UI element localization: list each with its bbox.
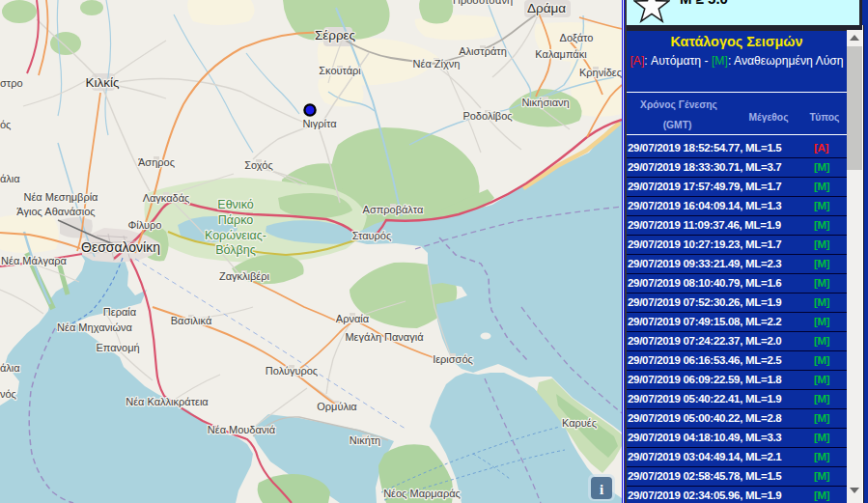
svg-text:Ιερισσός: Ιερισσός	[433, 353, 473, 365]
svg-text:Νέα Μεσημβρία: Νέα Μεσημβρία	[24, 191, 99, 203]
svg-text:Νέος Μαρμαράς: Νέος Μαρμαράς	[383, 488, 461, 499]
svg-text:Νέα Μάλγαρα: Νέα Μάλγαρα	[1, 255, 67, 266]
svg-text:Αλιστράτη: Αλιστράτη	[459, 45, 507, 57]
svg-text:Σκουτάρι: Σκουτάρι	[319, 65, 361, 76]
svg-text:Νικήτη: Νικήτη	[350, 434, 380, 446]
svg-text:Ζαγκλιβέρι: Ζαγκλιβέρι	[219, 270, 270, 282]
svg-text:Προσοτσάνη: Προσοτσάνη	[453, 0, 513, 6]
svg-text:Πάρκο: Πάρκο	[218, 213, 253, 227]
svg-text:i: i	[600, 482, 603, 497]
svg-text:Καλαμπάκι: Καλαμπάκι	[535, 48, 587, 60]
svg-text:Δοξάτο: Δοξάτο	[560, 32, 594, 43]
svg-text:Νέα Καλλικράτεια: Νέα Καλλικράτεια	[126, 396, 209, 407]
svg-text:άλια: άλια	[0, 362, 20, 374]
svg-text:Καρυές: Καρυές	[562, 417, 597, 429]
svg-text:Θεσσαλονίκη: Θεσσαλονίκη	[81, 239, 160, 255]
svg-text:ός: ός	[0, 119, 11, 130]
svg-text:Αρναία: Αρναία	[336, 313, 370, 324]
svg-text:Εθνικό: Εθνικό	[217, 198, 253, 211]
svg-text:Ροδολίβος: Ροδολίβος	[462, 110, 512, 122]
svg-text:Ασπροβάλτα: Ασπροβάλτα	[363, 204, 424, 215]
svg-text:Νέα Μουδανιά: Νέα Μουδανιά	[208, 424, 276, 435]
svg-text:Λαγκαδάς: Λαγκαδάς	[143, 192, 190, 204]
svg-text:Επανομή: Επανομή	[96, 342, 139, 353]
svg-text:Κορώνειας-: Κορώνειας-	[205, 229, 266, 242]
svg-text:Σταυρός: Σταυρός	[352, 230, 392, 241]
svg-text:Κιλκίς: Κιλκίς	[85, 75, 120, 90]
svg-text:Ορμύλια: Ορμύλια	[317, 401, 357, 412]
svg-text:Νιγρίτα: Νιγρίτα	[302, 118, 337, 129]
svg-text:Σέρρες: Σέρρες	[315, 28, 356, 42]
svg-text:στρο: στρο	[0, 77, 23, 89]
svg-text:Νέα Μηχανιώνα: Νέα Μηχανιώνα	[57, 321, 132, 333]
svg-text:Βόλβης: Βόλβης	[215, 243, 255, 257]
svg-text:Βασιλικά: Βασιλικά	[171, 315, 212, 326]
svg-text:Κρηνίδες: Κρηνίδες	[579, 67, 622, 78]
svg-text:νός: νός	[0, 388, 16, 400]
svg-text:άλια: άλια	[0, 173, 20, 184]
svg-text:Πολύγυρος: Πολύγυρος	[266, 365, 318, 377]
svg-text:Νέα Ζίχνη: Νέα Ζίχνη	[413, 58, 461, 70]
svg-text:Φίλυρο: Φίλυρο	[128, 219, 162, 231]
svg-text:Δράμα: Δράμα	[527, 1, 566, 15]
svg-text:Περαία: Περαία	[103, 306, 137, 318]
svg-text:Νικήσιανη: Νικήσιανη	[521, 97, 569, 108]
svg-text:Άσηρος: Άσηρος	[138, 156, 175, 168]
svg-text:Άγιος Αθανάσιος: Άγιος Αθανάσιος	[16, 206, 95, 217]
svg-text:Μεγάλη Παναγιά: Μεγάλη Παναγιά	[345, 331, 424, 343]
svg-text:Σοχός: Σοχός	[244, 159, 273, 171]
